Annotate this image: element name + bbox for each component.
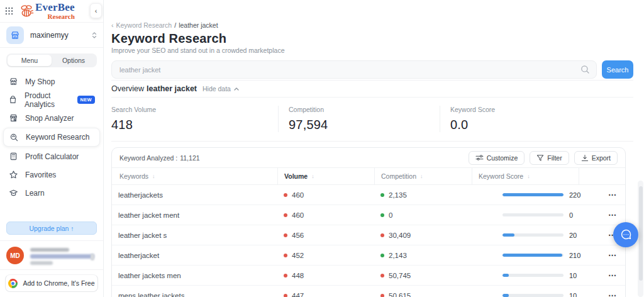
chrome-icon (8, 279, 18, 288)
table-row[interactable]: leatherjacket 452 2,143 210 ⋯ (112, 245, 625, 266)
filter-button[interactable]: Filter (530, 151, 569, 165)
table-body: leatherjackets 460 2,135 220 ⋯ leather j… (112, 185, 625, 297)
hide-data-toggle[interactable]: Hide data (203, 85, 239, 92)
competition-value: 0 (389, 211, 392, 219)
shop-selector[interactable]: maxinemyy (0, 23, 103, 48)
row-more-button[interactable]: ⋯ (608, 286, 616, 297)
sidebar-collapse-button[interactable]: ‹ (90, 3, 102, 18)
table-row[interactable]: mens leather jackets 447 50,615 10 ⋯ (112, 286, 625, 297)
overview-label: Overview (111, 84, 144, 93)
row-more-button[interactable]: ⋯ (608, 266, 616, 286)
column-header-keywords[interactable]: Keywords ↓ (112, 168, 277, 184)
everbee-logo: EverBee Research (19, 2, 75, 20)
row-more-button[interactable]: ⋯ (608, 205, 616, 225)
table-header: Keywords ↓ Volume ↓ Competition ↓ Keywor… (112, 167, 625, 185)
volume-cell: 447 (277, 286, 374, 297)
volume-value: 447 (292, 292, 304, 297)
calculator-icon (8, 152, 18, 162)
page-subtitle: Improve your SEO and stand out in a crow… (111, 47, 633, 55)
main-content: ‹ Keyword Research / leather jacket Keyw… (104, 0, 644, 297)
table-row[interactable]: leather jacket s 456 30,409 20 ⋯ (112, 225, 625, 245)
stat-search-volume: Search Volume 418 (111, 106, 278, 132)
volume-value: 456 (292, 232, 304, 239)
magnifier-icon (9, 132, 19, 142)
upgrade-plan-button[interactable]: Upgrade plan ↑ (6, 221, 97, 235)
column-label: Competition (381, 172, 416, 180)
scrollbar-thumb[interactable] (639, 186, 643, 281)
overview-row: Overview leather jacket Hide data (111, 81, 633, 97)
sort-icon: ↓ (527, 173, 530, 179)
add-to-chrome-button[interactable]: Add to Chrome, It's Free (5, 274, 98, 292)
export-label: Export (592, 154, 611, 162)
shopping-bag-icon (8, 95, 18, 105)
add-to-chrome-label: Add to Chrome, It's Free (23, 279, 94, 287)
volume-dot (284, 213, 287, 217)
sidebar: EverBee Research ‹ maxinemyy Menu (0, 0, 104, 297)
sidebar-item-label: Shop Analyzer (25, 114, 74, 123)
logo-text: EverBee Research (35, 2, 75, 20)
score-bar-fill (502, 294, 509, 297)
hide-data-label: Hide data (203, 85, 231, 92)
row-more-button[interactable]: ⋯ (608, 185, 616, 205)
search-icon (580, 65, 590, 74)
chat-fab-button[interactable] (613, 222, 638, 247)
overview-stats: Search Volume 418 Competition 97,594 Key… (111, 98, 633, 141)
sidebar-item-product-analytics[interactable]: Product Analytics NEW (0, 91, 103, 109)
volume-cell: 456 (277, 225, 374, 245)
table-toolbar-buttons: Customize Filter Export (469, 151, 618, 165)
back-chevron-icon[interactable]: ‹ (111, 21, 114, 29)
volume-value: 448 (292, 272, 304, 279)
breadcrumb-current: leather jacket (179, 21, 218, 29)
keyword-cell: leather jacket ment (112, 205, 277, 225)
table-row[interactable]: leatherjackets 460 2,135 220 ⋯ (112, 185, 625, 205)
sidebar-item-label: Product Analytics (25, 91, 72, 109)
sidebar-item-profit-calculator[interactable]: Profit Calculator (0, 147, 103, 165)
column-header-volume[interactable]: Volume ↓ (277, 168, 374, 184)
sidebar-item-shop-analyzer[interactable]: Shop Analyzer (0, 109, 103, 127)
score-bar-track (502, 193, 564, 196)
column-label: Volume (284, 172, 308, 180)
competition-dot (380, 274, 384, 277)
profile-row[interactable]: MD (0, 240, 103, 269)
table-row[interactable]: leather jacket ment 460 0 0 ⋯ (112, 205, 625, 225)
tab-menu[interactable]: Menu (8, 55, 52, 66)
overview-keyword: leather jacket (147, 84, 197, 93)
keyword-cell: leatherjacket (112, 245, 277, 265)
column-header-keyword-score[interactable]: Keyword Score ↓ (472, 168, 579, 184)
bee-icon (19, 4, 34, 18)
table-row[interactable]: leather jackets men 448 50,745 10 ⋯ (112, 266, 625, 286)
volume-cell: 448 (277, 266, 374, 285)
table-scrollbar[interactable] (638, 181, 643, 297)
app-window: EverBee Research ‹ maxinemyy Menu (0, 0, 644, 297)
column-header-competition[interactable]: Competition ↓ (374, 168, 472, 184)
search-button[interactable]: Search (602, 60, 633, 79)
profile-side-icon (91, 254, 94, 261)
stat-label: Keyword Score (450, 106, 633, 113)
sidebar-item-favorites[interactable]: Favorites (0, 165, 103, 184)
competition-dot (380, 233, 384, 237)
row-more-button[interactable]: ⋯ (608, 245, 616, 266)
customize-button[interactable]: Customize (469, 151, 525, 165)
sidebar-item-learn[interactable]: Learn (0, 184, 103, 202)
sidebar-item-my-shop[interactable]: My Shop (0, 72, 103, 91)
sidebar-item-keyword-research[interactable]: Keyword Research (3, 128, 100, 147)
score-cell: 220 (472, 185, 579, 205)
breadcrumb-separator: / (174, 21, 176, 29)
breadcrumb-parent[interactable]: Keyword Research (116, 21, 172, 29)
competition-dot (380, 193, 384, 197)
tab-options[interactable]: Options (52, 55, 96, 66)
shop-name: maxinemyy (30, 31, 92, 40)
volume-cell: 452 (277, 245, 374, 265)
competition-value: 30,409 (389, 232, 411, 239)
score-cell: 10 (472, 286, 579, 297)
storefront-icon (8, 77, 18, 87)
score-bar-fill (502, 193, 564, 196)
score-value: 10 (569, 272, 577, 279)
export-button[interactable]: Export (574, 151, 618, 165)
column-label: Keywords (119, 172, 148, 180)
chevron-up-down-icon[interactable] (92, 31, 97, 39)
keyword-search-input[interactable] (111, 60, 597, 79)
apps-grid-icon[interactable] (5, 7, 13, 15)
volume-dot (284, 274, 287, 277)
score-bar-fill (502, 254, 562, 257)
